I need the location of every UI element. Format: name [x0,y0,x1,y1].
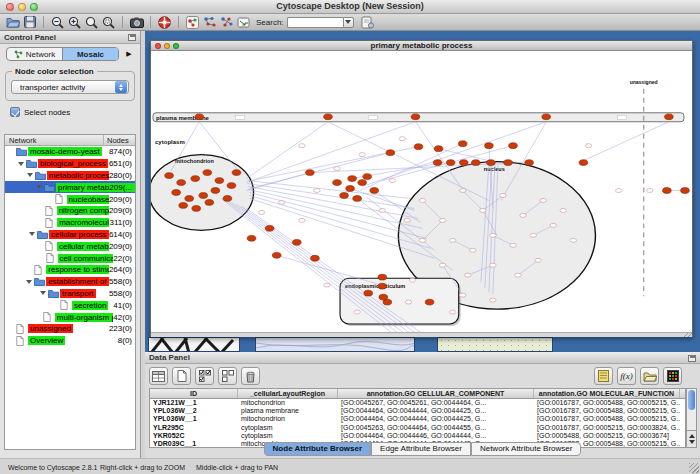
gene-node[interactable] [358,180,367,186]
gene-node-unselected[interactable] [647,189,653,193]
column-header[interactable]: ID [150,389,238,398]
gene-node[interactable] [579,160,588,166]
expand-arrow-icon[interactable] [36,185,42,189]
gene-node[interactable] [179,203,188,209]
gene-node[interactable] [353,196,362,202]
gene-node[interactable] [363,174,372,180]
scrollbar-thumb[interactable] [688,390,695,410]
float-panel-icon[interactable] [688,355,696,362]
gene-node[interactable] [223,196,232,202]
gene-node[interactable] [333,180,342,186]
vizmapper-icon[interactable] [184,15,201,30]
edge-line[interactable] [583,122,668,161]
gene-node-unselected[interactable] [405,300,411,304]
network-view-titlebar[interactable]: primary metabolic process [151,41,692,51]
gene-node[interactable] [370,188,379,194]
gene-node-unselected[interactable] [615,189,621,193]
tree-row[interactable]: cell communicat22(0) [5,252,135,264]
tree-row[interactable]: multi-organism pro42(0) [5,311,135,323]
expand-arrow-icon[interactable] [27,173,33,177]
gene-node[interactable] [247,235,256,241]
gene-node[interactable] [199,193,208,199]
tree-row[interactable]: establishment of lo558(0) [5,276,135,288]
delete-attribute-icon[interactable] [241,367,260,385]
tree-header-network[interactable]: Network [5,135,104,145]
window-resize-grip-icon[interactable] [689,463,699,473]
function-builder-icon[interactable]: f(x) [617,367,636,385]
gene-node-unselected[interactable] [490,263,496,267]
open-session-icon[interactable] [4,15,21,30]
column-header[interactable]: annotation.GO MOLECULAR_FUNCTION [534,389,680,398]
gene-node-unselected[interactable] [404,218,410,222]
gene-node[interactable] [215,178,224,184]
gene-node-unselected[interactable] [510,243,516,247]
column-header[interactable]: _cellularLayoutRegion [238,389,338,398]
gene-node[interactable] [185,196,194,202]
gene-node-unselected[interactable] [470,248,476,252]
gene-node[interactable] [458,141,467,147]
tab-network[interactable]: Network [7,48,62,60]
column-header[interactable]: annotation.GO CELLULAR_COMPONENT [338,389,534,398]
membrane-node[interactable] [368,115,377,119]
expand-arrow-icon[interactable] [29,232,35,236]
gene-node-unselected[interactable] [570,238,576,242]
gene-node[interactable] [487,160,496,166]
gene-node[interactable] [434,146,443,152]
tree-row[interactable]: unassigned223(0) [5,323,135,335]
gene-node[interactable] [211,188,220,194]
select-all-attributes-icon[interactable] [195,367,214,385]
gene-node-unselected[interactable] [449,238,455,242]
gene-node-unselected[interactable] [324,283,330,287]
gene-node-unselected[interactable] [334,167,340,171]
gene-node[interactable] [542,114,551,120]
gene-node[interactable] [433,160,442,166]
gene-node[interactable] [378,274,387,280]
annotation-icon[interactable] [235,15,252,30]
membrane-node[interactable] [235,115,244,119]
create-attribute-icon[interactable] [172,367,191,385]
gene-node[interactable] [386,150,395,156]
gene-node[interactable] [364,290,373,296]
tree-row[interactable]: response to stimulu264(0) [5,264,135,276]
gene-node[interactable] [411,114,420,120]
gene-node[interactable] [177,180,186,186]
tab-node-attribute-browser[interactable]: Node Attribute Browser [264,442,372,456]
gene-node[interactable] [292,239,301,245]
tree-row[interactable]: nucleobase-209(0) [5,193,135,205]
tree-header-nodes[interactable]: Nodes [104,135,135,145]
attribute-table-header[interactable]: ID_cellularLayoutRegionannotation.GO CEL… [150,389,685,399]
gene-node[interactable] [509,143,518,149]
gene-node-unselected[interactable] [359,153,365,157]
gene-node-unselected[interactable] [460,189,466,193]
float-panel-icon[interactable] [128,34,136,41]
help-icon[interactable] [156,15,173,30]
gene-node-unselected[interactable] [314,189,320,193]
tab-edge-attribute-browser[interactable]: Edge Attribute Browser [371,442,471,456]
tree-row[interactable]: cellular metabo209(0) [5,240,135,252]
gene-node-unselected[interactable] [515,273,521,277]
gene-node[interactable] [311,255,320,261]
tab-network-attribute-browser[interactable]: Network Attribute Browser [471,442,581,456]
gene-node[interactable] [379,294,388,300]
attribute-editor-icon[interactable] [359,15,376,30]
gene-node-unselected[interactable] [500,193,506,197]
gene-node[interactable] [525,160,534,166]
gene-node[interactable] [205,200,214,206]
gene-node-unselected[interactable] [465,273,471,277]
save-session-icon[interactable] [21,15,38,30]
gene-node[interactable] [324,114,333,120]
zoom-selected-icon[interactable] [83,15,100,30]
gene-node[interactable] [414,144,423,150]
gene-node[interactable] [663,188,672,194]
gene-node-unselected[interactable] [460,293,466,297]
heatmap-icon[interactable] [663,367,682,385]
gene-node[interactable] [232,170,241,176]
unselect-all-attributes-icon[interactable] [218,367,237,385]
gene-node-unselected[interactable] [550,223,556,227]
gene-node-unselected[interactable] [419,238,425,242]
gene-node[interactable] [191,176,200,182]
table-row[interactable]: YLR295Ccytoplasm[GO:0045263, GO:0044464,… [150,424,685,432]
tree-row[interactable]: secretion41(0) [5,299,135,311]
gene-node[interactable] [425,299,434,305]
zoom-out-icon[interactable] [49,15,66,30]
